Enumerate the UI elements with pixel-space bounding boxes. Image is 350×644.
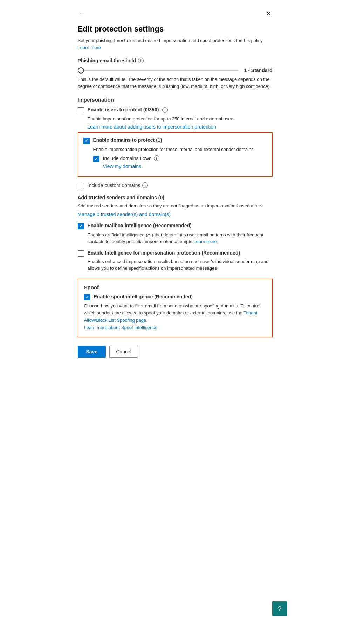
enable-spoof-intelligence-row: Enable spoof intelligence (Recommended) (84, 294, 266, 300)
include-custom-domains-text: Include custom domains (88, 182, 140, 188)
intelligence-protection-description: Enables enhanced impersonation results b… (88, 258, 273, 272)
enable-users-label: Enable users to protect (0/350) i (88, 107, 168, 112)
intelligence-protection-checkbox[interactable] (78, 250, 84, 257)
include-domains-owned-checkbox[interactable] (93, 156, 99, 162)
slider-track[interactable] (78, 70, 239, 71)
include-custom-domains-checkbox[interactable] (78, 183, 84, 189)
enable-users-label-text: Enable users to protect (0/350) (88, 107, 159, 112)
enable-spoof-intelligence-checkbox[interactable] (84, 294, 90, 300)
intelligence-protection-label: Enable Intelligence for impersonation pr… (88, 250, 240, 256)
phishing-threshold-label: Phishing email threshold i (78, 58, 273, 63)
cancel-button[interactable]: Cancel (109, 346, 138, 358)
phishing-threshold-slider-row: 1 - Standard (78, 68, 273, 73)
mailbox-intelligence-learn-more-link[interactable]: Learn more (193, 239, 217, 244)
slider-thumb[interactable] (78, 67, 84, 74)
save-button[interactable]: Save (78, 346, 106, 358)
enable-users-description: Enable impersonation protection for up t… (88, 116, 273, 123)
mailbox-intelligence-row: Enable mailbox intelligence (Recommended… (78, 223, 273, 229)
include-custom-domains-label: Include custom domains i (88, 182, 148, 188)
spoof-section-title: Spoof (84, 284, 266, 290)
enable-domains-highlighted-section: Enable domains to protect (1) Enable imp… (78, 132, 273, 177)
phishing-threshold-info-icon[interactable]: i (138, 58, 144, 63)
mailbox-intelligence-description: Enables artificial intelligence (AI) tha… (88, 231, 273, 245)
learn-more-spoof-intelligence-link[interactable]: Learn more about Spoof Intelligence (84, 325, 158, 330)
header-learn-more-link[interactable]: Learn more (78, 45, 101, 50)
help-fab-button[interactable]: ? (272, 601, 287, 616)
footer-buttons: Save Cancel (78, 346, 273, 358)
enable-domains-checkbox[interactable] (83, 138, 90, 144)
top-nav: ← ✕ (78, 8, 273, 19)
enable-users-learn-more-link[interactable]: Learn more about adding users to imperso… (88, 124, 273, 130)
enable-spoof-intelligence-label: Enable spoof intelligence (Recommended) (94, 294, 193, 299)
include-custom-domains-row: Include custom domains i (78, 182, 273, 189)
subtitle-text: Set your phishing thresholds and desired… (78, 38, 264, 43)
trusted-senders-description: Add trusted senders and domains so they … (78, 202, 273, 209)
view-my-domains-link[interactable]: View my domains (103, 164, 267, 169)
enable-domains-row: Enable domains to protect (1) (83, 137, 267, 144)
page-title: Edit protection settings (78, 25, 273, 34)
enable-domains-label: Enable domains to protect (1) (93, 137, 162, 143)
mailbox-intelligence-checkbox[interactable] (78, 223, 84, 229)
close-button[interactable]: ✕ (265, 8, 273, 19)
back-button[interactable]: ← (78, 9, 87, 19)
include-domains-owned-text: Include domains I own (103, 155, 152, 161)
mailbox-intelligence-label: Enable mailbox intelligence (Recommended… (88, 223, 192, 228)
page-subtitle: Set your phishing thresholds and desired… (78, 37, 273, 51)
include-custom-domains-info-icon[interactable]: i (142, 182, 148, 188)
trusted-senders-title: Add trusted senders and domains (0) (78, 195, 273, 200)
include-domains-owned-label: Include domains I own i (103, 155, 159, 161)
impersonation-section-title: Impersonation (78, 97, 273, 103)
enable-users-row: Enable users to protect (0/350) i (78, 107, 273, 113)
spoof-highlighted-section: Spoof Enable spoof intelligence (Recomme… (78, 279, 273, 337)
help-fab-icon: ? (277, 605, 281, 613)
mailbox-intelligence-desc-text: Enables artificial intelligence (AI) tha… (88, 232, 263, 244)
include-domains-owned-info-icon[interactable]: i (154, 155, 159, 161)
include-domains-owned-row: Include domains I own i (93, 155, 267, 162)
trusted-senders-section: Add trusted senders and domains (0) Add … (78, 195, 273, 217)
slider-value: 1 - Standard (244, 68, 273, 73)
phishing-threshold-description: This is the default value. The severity … (78, 76, 273, 90)
intelligence-protection-row: Enable Intelligence for impersonation pr… (78, 250, 273, 257)
spoof-desc-text: Choose how you want to filter email from… (84, 303, 260, 316)
enable-domains-description: Enable impersonation protection for thes… (93, 146, 267, 153)
phishing-threshold-text: Phishing email threshold (78, 58, 136, 63)
spoof-intelligence-description: Choose how you want to filter email from… (84, 303, 266, 332)
enable-users-checkbox[interactable] (78, 107, 84, 113)
manage-trusted-senders-link[interactable]: Manage 0 trusted sender(s) and domain(s) (78, 212, 171, 217)
enable-users-info-icon[interactable]: i (162, 107, 168, 113)
